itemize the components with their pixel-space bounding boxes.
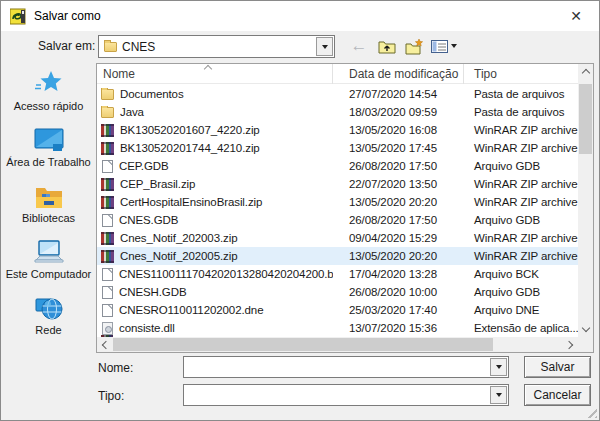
scroll-left-icon[interactable] — [97, 337, 112, 352]
scrollbar-corner — [578, 337, 593, 352]
app-icon — [10, 8, 27, 25]
sidebar-item-label: Bibliotecas — [22, 212, 75, 224]
file-row[interactable]: consiste.dll 13/07/2020 15:36 Extensão d… — [97, 319, 578, 337]
file-row[interactable]: Java 18/03/2020 09:59 Pasta de arquivos — [97, 103, 578, 121]
file-row[interactable]: CNESRO110011202002.dne 25/03/2020 17:40 … — [97, 301, 578, 319]
file-type-icon — [101, 124, 114, 137]
sidebar-item-acesso-rapido[interactable]: Acesso rápido — [1, 69, 96, 112]
file-name: CEP.GDB — [119, 160, 169, 172]
file-type: Pasta de arquivos — [464, 106, 578, 118]
places-sidebar: Acesso rápido Área de Trabalho — [1, 63, 96, 353]
file-type-icon — [101, 232, 114, 245]
file-date: 13/05/2020 16:08 — [333, 124, 464, 136]
resize-grip[interactable] — [584, 405, 597, 418]
file-name: Documentos — [120, 88, 184, 100]
file-name-label: Nome: — [98, 361, 133, 375]
file-type: Arquivo GDB — [464, 286, 578, 298]
file-name-dropdown-button[interactable] — [490, 358, 507, 376]
save-in-combo[interactable]: CNES — [98, 35, 335, 58]
file-date: 25/03/2020 17:40 — [333, 304, 464, 316]
file-row[interactable]: Documentos 27/07/2020 14:54 Pasta de arq… — [97, 85, 578, 103]
file-type: WinRAR ZIP archive — [464, 142, 578, 154]
file-type: WinRAR ZIP archive — [464, 196, 578, 208]
view-menu-dropdown-arrow[interactable] — [451, 44, 457, 48]
column-header-nome[interactable]: Nome — [97, 64, 333, 84]
file-type-icon — [102, 160, 113, 173]
libraries-folder-icon — [34, 181, 64, 209]
file-date: 26/08/2020 17:50 — [333, 160, 464, 172]
file-name: Cnes_Notif_202005.zip — [120, 250, 237, 262]
cancel-button[interactable]: Cancelar — [524, 384, 591, 406]
save-in-dropdown-button[interactable] — [316, 37, 333, 56]
file-date: 22/07/2020 13:50 — [333, 178, 464, 190]
network-globe-icon — [34, 293, 64, 321]
file-row[interactable]: CNESH.GDB 26/08/2020 10:00 Arquivo GDB — [97, 283, 578, 301]
file-type: Extensão de aplica... — [464, 322, 578, 334]
file-type-icon — [101, 107, 114, 118]
save-in-label: Salvar em: — [38, 39, 95, 53]
sidebar-item-bibliotecas[interactable]: Bibliotecas — [1, 181, 96, 224]
file-date: 13/07/2020 15:36 — [333, 322, 464, 334]
file-name: CNESRO110011202002.dne — [119, 304, 263, 316]
sidebar-item-area-de-trabalho[interactable]: Área de Trabalho — [1, 125, 96, 168]
file-type-dropdown-button[interactable] — [490, 386, 507, 404]
file-type: WinRAR ZIP archive — [464, 232, 578, 244]
file-row[interactable]: CEP.GDB 26/08/2020 17:50 Arquivo GDB — [97, 157, 578, 175]
file-row[interactable]: CEP_Brasil.zip 22/07/2020 13:50 WinRAR Z… — [97, 175, 578, 193]
scroll-up-icon[interactable] — [578, 64, 593, 79]
sidebar-item-rede[interactable]: Rede — [1, 293, 96, 336]
toolbar: Salvar em: CNES — [1, 31, 599, 62]
file-row[interactable]: CNES.GDB 26/08/2020 17:50 Arquivo GDB — [97, 211, 578, 229]
file-row[interactable]: CNES1100111704202013280420204200.bck 17/… — [97, 265, 578, 283]
horizontal-scroll-thumb[interactable] — [113, 338, 493, 351]
file-type-icon — [102, 322, 113, 335]
file-type-icon — [102, 268, 113, 281]
desktop-monitor-icon — [33, 125, 65, 153]
file-list-panel: Nome Data de modificação Tipo Documentos… — [96, 63, 594, 353]
up-one-level-icon[interactable] — [377, 37, 397, 55]
file-date: 26/08/2020 17:50 — [333, 214, 464, 226]
file-type: Arquivo DNE — [464, 304, 578, 316]
column-header-tipo[interactable]: Tipo — [464, 64, 578, 84]
back-icon[interactable] — [349, 37, 369, 55]
file-name: CNES.GDB — [119, 214, 178, 226]
file-name: Java — [120, 106, 144, 118]
file-name: CNESH.GDB — [119, 286, 186, 298]
current-folder: CNES — [122, 40, 155, 54]
file-type: Pasta de arquivos — [464, 88, 578, 100]
sidebar-item-label: Acesso rápido — [14, 100, 84, 112]
file-type: WinRAR ZIP archive — [464, 178, 578, 190]
file-row[interactable]: BK130520201607_4220.zip 13/05/2020 16:08… — [97, 121, 578, 139]
horizontal-scrollbar[interactable] — [97, 337, 578, 352]
sidebar-item-este-computador[interactable]: Este Computador — [1, 237, 96, 280]
file-date: 13/05/2020 17:45 — [333, 142, 464, 154]
file-type: Arquivo GDB — [464, 214, 578, 226]
close-button[interactable] — [553, 1, 599, 31]
file-type: Arquivo GDB — [464, 160, 578, 172]
scroll-down-icon[interactable] — [578, 322, 593, 337]
file-row[interactable]: Cnes_Notif_202003.zip 09/04/2020 15:29 W… — [97, 229, 578, 247]
file-row[interactable]: CertHospitalEnsinoBrasil.zip 13/05/2020 … — [97, 193, 578, 211]
file-name: CEP_Brasil.zip — [120, 178, 195, 190]
column-header-data[interactable]: Data de modificação — [333, 64, 464, 84]
file-type-icon — [101, 142, 114, 155]
file-type: WinRAR ZIP archive — [464, 124, 578, 136]
save-as-dialog: Salvar como Salvar em: CNES — [0, 0, 600, 421]
sidebar-item-label: Área de Trabalho — [6, 156, 90, 168]
file-name: BK130520201744_4210.zip — [120, 142, 260, 154]
new-folder-icon[interactable] — [404, 37, 424, 55]
file-row[interactable]: BK130520201744_4210.zip 13/05/2020 17:45… — [97, 139, 578, 157]
vertical-scrollbar[interactable] — [578, 64, 593, 337]
save-button[interactable]: Salvar — [524, 356, 591, 378]
this-pc-laptop-icon — [32, 237, 66, 265]
view-menu-icon[interactable] — [430, 37, 458, 55]
file-row[interactable]: Cnes_Notif_202005.zip 13/05/2020 20:20 W… — [97, 247, 578, 265]
vertical-scroll-thumb[interactable] — [579, 84, 592, 154]
file-name-combo[interactable] — [183, 356, 509, 378]
file-name: CertHospitalEnsinoBrasil.zip — [120, 196, 262, 208]
list-header: Nome Data de modificação Tipo — [97, 64, 578, 84]
title-bar: Salvar como — [1, 1, 599, 31]
file-date: 13/05/2020 20:20 — [333, 250, 464, 262]
file-type-combo[interactable] — [183, 384, 509, 406]
scroll-right-icon[interactable] — [563, 337, 578, 352]
